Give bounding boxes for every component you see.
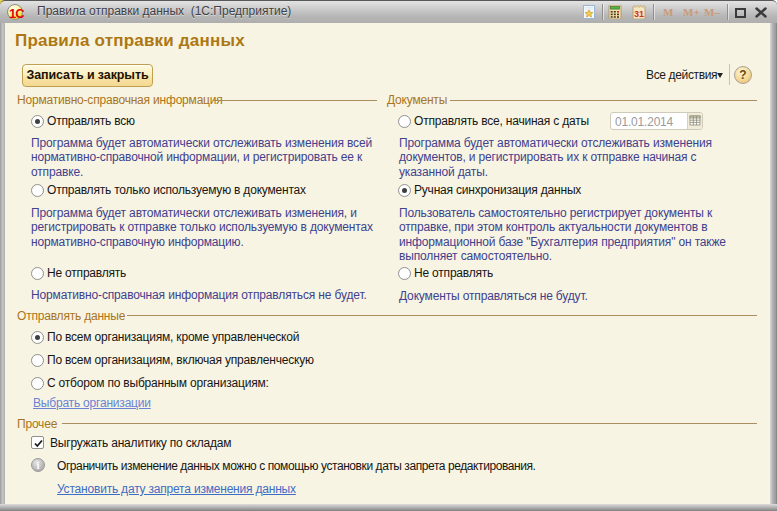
svg-text:31: 31 (634, 9, 644, 19)
